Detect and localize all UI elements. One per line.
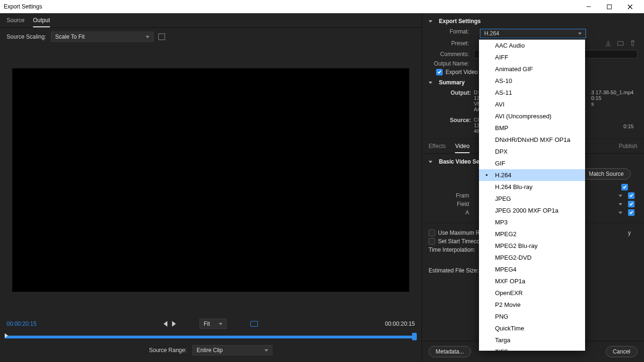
maximize-button[interactable]: [599, 0, 619, 13]
source-scaling-value: Scale To Fit: [55, 33, 84, 40]
source-range-value: Entire Clip: [197, 347, 223, 354]
timeline-track[interactable]: [5, 336, 417, 338]
format-option[interactable]: H.264 Blu-ray: [479, 181, 585, 193]
format-option[interactable]: MPEG2-DVD: [479, 252, 585, 263]
out-timecode: 00:00:20:15: [385, 321, 415, 327]
tab-output[interactable]: Output: [33, 17, 50, 27]
format-option[interactable]: AVI: [479, 99, 585, 110]
format-option[interactable]: MPEG2: [479, 228, 585, 240]
export-video-label: Export Video: [446, 69, 478, 75]
source-scaling-select[interactable]: Scale To Fit: [51, 32, 154, 42]
aspect-label: A: [429, 209, 474, 216]
summary-text: 0:15: [591, 95, 601, 101]
import-preset-icon[interactable]: [603, 39, 613, 48]
format-option[interactable]: AS-10: [479, 75, 585, 87]
chevron-down-icon: [619, 203, 622, 206]
aspect-icon[interactable]: [250, 321, 258, 327]
format-option[interactable]: TIFF: [479, 346, 585, 351]
chevron-down-icon: [578, 33, 582, 35]
format-option[interactable]: P2 Movie: [479, 299, 585, 311]
video-preview: [12, 68, 409, 292]
output-summary-label: Output:: [429, 90, 474, 112]
tab-source[interactable]: Source: [7, 17, 25, 27]
preview-tabs: Source Output: [0, 13, 421, 28]
format-option[interactable]: Targa: [479, 334, 585, 346]
source-scaling-label: Source Scaling:: [7, 33, 46, 40]
zoom-value: Fit: [204, 321, 210, 327]
summary-text: 0:15: [624, 123, 634, 129]
comments-label: Comments:: [429, 51, 474, 58]
export-video-checkbox[interactable]: [436, 69, 443, 75]
save-preset-icon[interactable]: [616, 39, 625, 48]
prev-frame-icon[interactable]: [164, 321, 167, 327]
link-checkbox-2[interactable]: [628, 192, 635, 199]
field-label: Field: [429, 201, 474, 207]
time-interp-label: Time Interpolation:: [429, 247, 475, 253]
format-option[interactable]: OpenEXR: [479, 287, 585, 299]
format-dropdown[interactable]: AAC AudioAIFFAnimated GIFAS-10AS-11AVIAV…: [479, 40, 585, 351]
format-select[interactable]: H.264: [480, 29, 586, 38]
close-button[interactable]: [619, 0, 640, 13]
summary-text: 3 17-38-50_1.mp4: [591, 90, 634, 95]
chevron-down-icon: [146, 36, 149, 38]
source-range-select[interactable]: Entire Clip: [192, 345, 272, 355]
chevron-down-icon: [219, 323, 223, 325]
source-range-label: Source Range:: [149, 347, 187, 354]
format-option[interactable]: H.264: [479, 169, 585, 181]
format-option[interactable]: MP3: [479, 216, 585, 228]
format-option[interactable]: AS-11: [479, 87, 585, 99]
left-panel: Source Output Source Scaling: Scale To F…: [0, 13, 421, 362]
export-settings-heading[interactable]: Export Settings: [429, 18, 637, 25]
set-start-checkbox[interactable]: [429, 238, 435, 245]
preset-label: Preset:: [429, 40, 474, 47]
format-option[interactable]: AAC Audio: [479, 40, 585, 51]
in-timecode[interactable]: 00:00:20:15: [7, 321, 36, 327]
est-file-label: Estimated File Size:: [429, 267, 479, 274]
chevron-down-icon: [619, 212, 622, 214]
format-option[interactable]: GIF: [479, 157, 585, 169]
use-max-checkbox[interactable]: [429, 230, 435, 236]
chevron-down-icon: [264, 349, 268, 352]
titlebar: Export Settings: [0, 0, 644, 13]
format-option[interactable]: MPEG2 Blu-ray: [479, 240, 585, 252]
format-option[interactable]: JPEG: [479, 193, 585, 205]
window-title: Export Settings: [4, 3, 42, 10]
format-option[interactable]: DNxHR/DNxHD MXF OP1a: [479, 134, 585, 146]
svg-rect-1: [607, 5, 611, 9]
match-source-button[interactable]: Match Source: [582, 168, 631, 180]
link-checkbox-3[interactable]: [628, 201, 635, 207]
link-checkbox-1[interactable]: [621, 184, 628, 190]
format-option[interactable]: BMP: [479, 122, 585, 134]
summary-text: D:: [474, 90, 479, 95]
format-value: H.264: [484, 30, 499, 37]
tab-publish[interactable]: Publish: [619, 143, 637, 153]
set-start-label: Set Start Timeco: [438, 238, 480, 245]
format-option[interactable]: JPEG 2000 MXF OP1a: [479, 205, 585, 216]
out-marker-icon[interactable]: [412, 333, 417, 340]
link-checkbox-4[interactable]: [628, 209, 635, 216]
minimize-button[interactable]: [578, 0, 599, 13]
frame-label: Fram: [429, 192, 474, 199]
tab-effects[interactable]: Effects: [429, 143, 446, 153]
format-option[interactable]: DPX: [479, 146, 585, 157]
delete-preset-icon[interactable]: [628, 39, 637, 48]
format-option[interactable]: Animated GIF: [479, 63, 585, 75]
tab-video[interactable]: Video: [455, 143, 469, 153]
chevron-down-icon: [619, 195, 622, 197]
unused-icon: [158, 33, 165, 40]
format-label: Format:: [429, 28, 474, 35]
format-option[interactable]: PNG: [479, 311, 585, 322]
summary-text: s: [591, 101, 594, 107]
metadata-button[interactable]: Metadata...: [429, 346, 471, 357]
format-option[interactable]: AIFF: [479, 51, 585, 63]
playhead-icon[interactable]: [5, 333, 8, 338]
source-summary-label: Source:: [429, 117, 474, 134]
format-option[interactable]: MXF OP1a: [479, 275, 585, 287]
format-option[interactable]: MPEG4: [479, 263, 585, 275]
format-option[interactable]: AVI (Uncompressed): [479, 110, 585, 122]
cancel-button[interactable]: Cancel: [606, 346, 637, 357]
svg-rect-4: [618, 41, 623, 45]
zoom-select[interactable]: Fit: [199, 319, 227, 329]
format-option[interactable]: QuickTime: [479, 322, 585, 334]
next-frame-icon[interactable]: [172, 321, 176, 327]
